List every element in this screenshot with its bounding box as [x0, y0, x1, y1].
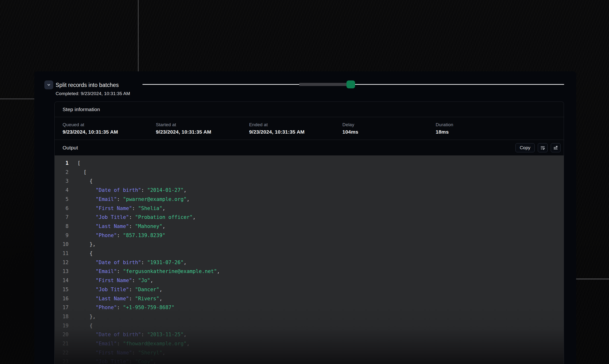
step-stats-row: Queued at9/23/2024, 10:31:35 AMStarted a…	[55, 117, 564, 140]
code-token: "Date of birth"	[96, 332, 141, 338]
code-text: "Email": "pwarner@example.org",	[77, 195, 190, 204]
line-number: 8	[55, 222, 69, 231]
code-token	[77, 296, 96, 301]
code-token	[77, 305, 96, 310]
code-token: "fergusonkatherine@example.net"	[123, 268, 217, 274]
line-number: 18	[55, 312, 69, 321]
code-token: "fhoward@example.org"	[123, 341, 187, 347]
code-line: 20 "Date of birth": "2013-11-25",	[55, 330, 564, 339]
code-text: "Date of birth": "2013-11-25",	[77, 330, 187, 339]
code-text: [	[77, 168, 86, 177]
line-number: 13	[55, 267, 69, 276]
stat-label: Ended at	[249, 122, 342, 127]
code-token: :	[129, 296, 135, 301]
timeline-position-marker[interactable]	[346, 80, 355, 88]
stat-value: 9/23/2024, 10:31:35 AM	[249, 129, 342, 135]
code-token: },	[77, 241, 96, 247]
code-line: 6 "First Name": "Shelia",	[55, 204, 564, 213]
code-token: "Job Title"	[96, 214, 129, 220]
code-token: ,	[193, 214, 196, 220]
code-text: "Phone": "+1-950-759-8687"	[77, 303, 175, 312]
code-token	[77, 214, 96, 220]
code-token: :	[117, 233, 123, 238]
code-line: 7 "Job Title": "Probation officer",	[55, 213, 564, 222]
stat-value: 18ms	[436, 129, 529, 135]
step-detail-panel: Split records into batches Completed: 9/…	[34, 71, 576, 364]
code-token: "Rivers"	[135, 296, 159, 301]
code-line: 23 "Job Title": "Copy",	[55, 357, 564, 364]
code-text: },	[77, 312, 96, 321]
code-line: 11 {	[55, 249, 564, 258]
stat-field: Started at9/23/2024, 10:31:35 AM	[156, 122, 249, 135]
code-text: {	[77, 321, 93, 330]
line-number: 14	[55, 276, 69, 285]
line-number: 7	[55, 213, 69, 222]
code-text: "Date of birth": "1931-07-26",	[77, 258, 187, 267]
code-text: },	[77, 240, 96, 249]
wrap-text-icon	[540, 145, 545, 150]
code-token: ,	[184, 260, 187, 265]
code-line: 3 {	[55, 177, 564, 186]
code-token: "Job Title"	[96, 287, 129, 292]
code-token	[77, 332, 96, 338]
scroll-to-top-button[interactable]	[551, 143, 561, 152]
code-text: "First Name": "Shelia",	[77, 204, 166, 213]
code-token: :	[129, 223, 135, 229]
step-status-text: Completed: 9/23/2024, 10:31:35 AM	[56, 91, 130, 96]
background-horizontal-line-left	[0, 98, 34, 99]
code-token: "Jo"	[138, 278, 150, 283]
code-token: {	[77, 178, 93, 184]
output-title: Output	[63, 145, 78, 151]
code-line: 19 {	[55, 321, 564, 330]
code-token: "Shelia"	[138, 206, 162, 211]
code-token	[77, 268, 96, 274]
code-token	[77, 233, 96, 238]
code-token: :	[132, 278, 138, 283]
code-text: "First Name": "Jo",	[77, 276, 153, 285]
line-number: 3	[55, 177, 69, 186]
code-token: "Phone"	[96, 233, 117, 238]
code-token: "Phone"	[96, 305, 117, 310]
code-line: 10 },	[55, 240, 564, 249]
scroll-to-top-icon	[553, 145, 558, 150]
copy-output-button[interactable]: Copy	[515, 143, 535, 152]
background-vertical-line	[138, 0, 138, 71]
code-line: 2 [	[55, 168, 564, 177]
code-token: :	[117, 196, 123, 202]
code-line: 21 "Email": "fhoward@example.org",	[55, 339, 564, 349]
code-token: ,	[187, 341, 190, 347]
stat-value: 9/23/2024, 10:31:35 AM	[63, 129, 156, 135]
code-token: "Date of birth"	[96, 187, 141, 193]
code-token: "Email"	[96, 196, 117, 202]
code-token: :	[117, 268, 123, 274]
code-token: "pwarner@example.org"	[123, 196, 187, 202]
code-line: 12 "Date of birth": "1931-07-26",	[55, 258, 564, 267]
collapse-step-button[interactable]	[44, 80, 53, 89]
code-token: ,	[150, 278, 153, 283]
step-title: Split records into batches	[56, 81, 119, 89]
code-token: :	[141, 260, 147, 265]
code-text: "Job Title": "Dancer",	[77, 285, 162, 294]
code-token: {	[77, 250, 93, 256]
code-line: 9 "Phone": "857.139.8239"	[55, 231, 564, 240]
code-token: ,	[217, 268, 220, 274]
code-token: "857.139.8239"	[123, 233, 166, 238]
stat-field: Ended at9/23/2024, 10:31:35 AM	[249, 122, 342, 135]
code-token: "Last Name"	[96, 223, 129, 229]
stat-field: Delay104ms	[342, 122, 436, 135]
line-number: 22	[55, 349, 69, 358]
code-token: ,	[159, 287, 162, 292]
run-timeline[interactable]	[142, 80, 564, 89]
output-code-viewer[interactable]: 1[2 [3 {4 "Date of birth": "2014-01-27",…	[55, 156, 564, 364]
stat-label: Started at	[156, 122, 249, 127]
code-line: 13 "Email": "fergusonkatherine@example.n…	[55, 267, 564, 276]
code-token	[77, 359, 96, 364]
line-number: 21	[55, 339, 69, 349]
wrap-text-button[interactable]	[538, 143, 548, 152]
line-number: 6	[55, 204, 69, 213]
code-token: ,	[162, 223, 166, 229]
code-token: "2014-01-27"	[147, 187, 184, 193]
code-text: "First Name": "Sheryl",	[77, 349, 166, 358]
line-number: 12	[55, 258, 69, 267]
line-number: 11	[55, 249, 69, 258]
